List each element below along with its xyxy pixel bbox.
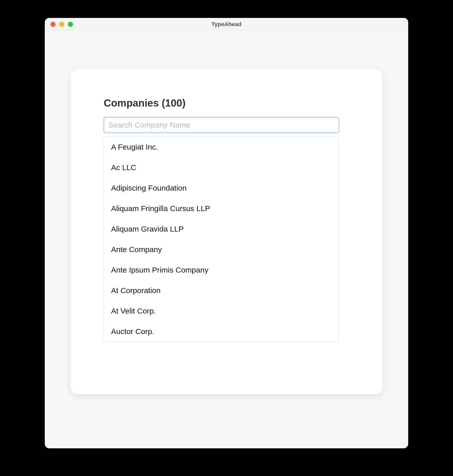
minimize-icon[interactable] <box>59 22 64 27</box>
list-item[interactable]: Aliquam Gravida LLP <box>104 219 339 239</box>
page-title: Companies (100) <box>104 97 349 109</box>
traffic-lights <box>50 22 73 27</box>
maximize-icon[interactable] <box>68 22 73 27</box>
window-title: TypeAhead <box>45 21 408 28</box>
list-item[interactable]: At Corporation <box>104 280 339 301</box>
search-input[interactable] <box>104 117 339 133</box>
list-item[interactable]: Ante Company <box>104 239 339 260</box>
list-item[interactable]: At Velit Corp. <box>104 301 339 321</box>
content-area: Companies (100) A Feugiat Inc. Ac LLC Ad… <box>45 31 408 448</box>
list-item[interactable]: Adipiscing Foundation <box>104 178 339 198</box>
list-item[interactable]: Aliquam Fringilla Cursus LLP <box>104 198 339 219</box>
list-item[interactable]: Ac LLC <box>104 157 339 178</box>
titlebar: TypeAhead <box>45 18 408 31</box>
company-dropdown: A Feugiat Inc. Ac LLC Adipiscing Foundat… <box>104 137 339 342</box>
list-item[interactable]: A Feugiat Inc. <box>104 137 339 157</box>
app-window: TypeAhead Companies (100) A Feugiat Inc.… <box>45 18 408 448</box>
close-icon[interactable] <box>50 22 56 27</box>
list-item[interactable]: Auctor Corp. <box>104 321 339 342</box>
list-item[interactable]: Ante Ipsum Primis Company <box>104 260 339 280</box>
typeahead-card: Companies (100) A Feugiat Inc. Ac LLC Ad… <box>70 69 383 395</box>
